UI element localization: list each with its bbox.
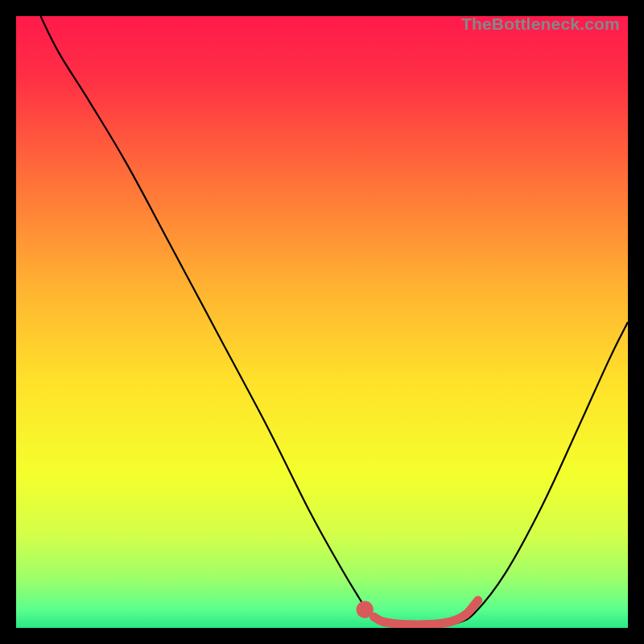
chart-svg [16,16,628,628]
chart-frame: TheBottleneck.com [16,16,628,628]
highlight-dot [357,601,374,618]
watermark-text: TheBottleneck.com [461,14,620,34]
